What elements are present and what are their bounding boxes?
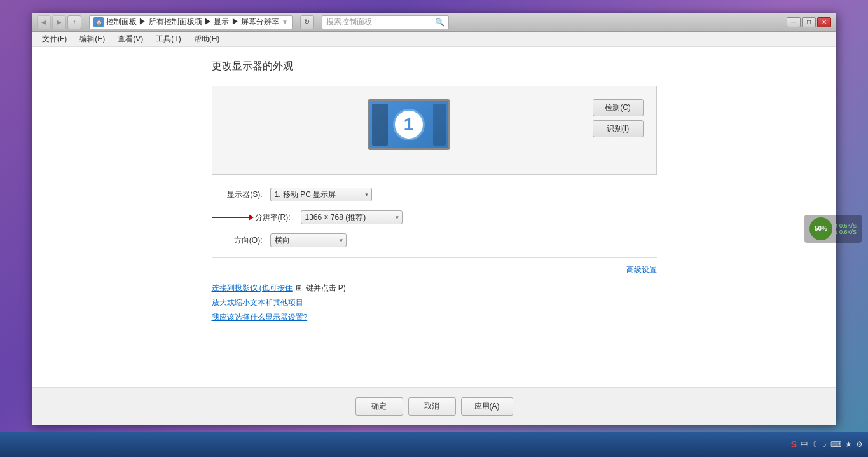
orientation-select[interactable]: 横向 (270, 233, 347, 247)
back-button[interactable]: ◀ (37, 15, 51, 29)
monitor-left-panel (372, 104, 388, 146)
taskbar: S 中 ☾ ♪ ⌨ ★ ⚙ (0, 432, 868, 457)
up-button[interactable]: ↑ (67, 15, 81, 29)
settings-grid: 显示器(S): 1. 移动 PC 显示屏 分辨率(R): (212, 188, 657, 247)
search-icon: 🔍 (435, 18, 444, 27)
monitor-image: 1 (368, 99, 450, 150)
bottom-bar: 确定 取消 应用(A) (32, 387, 836, 425)
menu-file[interactable]: 文件(F) (37, 32, 72, 46)
resolution-label-area: 分辨率(R): (212, 212, 293, 223)
display-row: 显示器(S): 1. 移动 PC 显示屏 (212, 188, 657, 201)
identify-button[interactable]: 识别(I) (593, 120, 644, 137)
ok-button[interactable]: 确定 (355, 397, 403, 416)
display-label: 显示器(S): (212, 189, 263, 200)
close-button[interactable]: ✕ (817, 17, 831, 27)
titlebar: ◀ ▶ ↑ 🏠 控制面板 ▶ 所有控制面板项 ▶ 显示 ▶ 屏幕分辨率 ▼ ↻ … (32, 13, 836, 32)
network-widget-area: 50% ↑ 0.6K/S ↓ 0.6K/S (804, 215, 862, 243)
tray-star-icon: ★ (845, 440, 852, 449)
apply-button[interactable]: 应用(A) (461, 397, 513, 416)
maximize-button[interactable]: □ (802, 17, 816, 27)
resolution-row: 分辨率(R): 1366 × 768 (推荐) (212, 210, 657, 224)
tray-keyboard-icon: ⌨ (830, 440, 841, 449)
breadcrumb-icon: 🏠 (93, 17, 104, 27)
monitor-preview-area: 1 检测(C) 识别(I) (212, 86, 657, 175)
projector-link-row: 连接到投影仪 (也可按住 ⊞ 键并点击 P) (212, 283, 657, 294)
display-select[interactable]: 1. 移动 PC 显示屏 (270, 188, 372, 201)
address-bar[interactable]: 🏠 控制面板 ▶ 所有控制面板项 ▶ 显示 ▶ 屏幕分辨率 ▼ (89, 15, 293, 29)
enlarge-link-row: 放大或缩小文本和其他项目 (212, 297, 657, 308)
page-title: 更改显示器的外观 (212, 60, 657, 73)
dropdown-arrow: ▼ (282, 18, 288, 25)
network-circle: 50% (809, 217, 832, 240)
orientation-row: 方向(O): 横向 (212, 233, 657, 247)
display-select-wrapper: 1. 移动 PC 显示屏 (270, 188, 372, 201)
refresh-button[interactable]: ↻ (300, 15, 314, 29)
advanced-link-area: 高级设置 (212, 264, 657, 275)
menu-tools[interactable]: 工具(T) (151, 32, 186, 46)
stat-down: ↓ 0.6K/S (835, 229, 857, 235)
tray-ime-icon: 中 (801, 439, 808, 450)
search-bar[interactable]: 搜索控制面板 🔍 (322, 15, 449, 29)
titlebar-left: ◀ ▶ ↑ 🏠 控制面板 ▶ 所有控制面板项 ▶ 显示 ▶ 屏幕分辨率 ▼ ↻ … (37, 15, 449, 29)
stat-up: ↑ 0.6K/S (835, 222, 857, 229)
choose-link[interactable]: 我应该选择什么显示器设置? (212, 313, 308, 322)
monitor-right-panel (433, 104, 446, 146)
divider (212, 257, 657, 258)
resolution-select[interactable]: 1366 × 768 (推荐) (301, 210, 403, 224)
main-window: ◀ ▶ ↑ 🏠 控制面板 ▶ 所有控制面板项 ▶ 显示 ▶ 屏幕分辨率 ▼ ↻ … (32, 13, 836, 425)
menu-edit[interactable]: 编辑(E) (74, 32, 110, 46)
windows-logo: ⊞ (296, 283, 302, 292)
monitor-number: 1 (393, 109, 425, 140)
links-section: 连接到投影仪 (也可按住 ⊞ 键并点击 P) 放大或缩小文本和其他项目 我应该选… (212, 283, 657, 323)
network-stats: ↑ 0.6K/S ↓ 0.6K/S (835, 222, 857, 235)
network-percent: 50% (815, 225, 827, 232)
choose-link-row: 我应该选择什么显示器设置? (212, 312, 657, 323)
monitor-buttons: 检测(C) 识别(I) (593, 99, 644, 137)
resolution-select-wrapper: 1366 × 768 (推荐) (301, 210, 403, 224)
tray-sougou-icon: S (791, 439, 797, 449)
cancel-button[interactable]: 取消 (408, 397, 456, 416)
content-area: 更改显示器的外观 1 检测(C) 识别(I) (32, 47, 836, 387)
projector-link[interactable]: 连接到投影仪 (也可按住 (212, 283, 293, 292)
minimize-button[interactable]: ─ (787, 17, 801, 27)
tray-gear-icon: ⚙ (856, 440, 863, 449)
arrow-line (212, 217, 250, 218)
search-placeholder: 搜索控制面板 (326, 17, 372, 27)
breadcrumb-text: 控制面板 ▶ 所有控制面板项 ▶ 显示 ▶ 屏幕分辨率 (106, 17, 279, 27)
window-controls: ─ □ ✕ (787, 17, 831, 27)
tray-music-icon: ♪ (823, 440, 827, 449)
enlarge-link[interactable]: 放大或缩小文本和其他项目 (212, 298, 303, 307)
content-container: 更改显示器的外观 1 检测(C) 识别(I) (212, 60, 657, 323)
forward-button[interactable]: ▶ (52, 15, 66, 29)
orientation-select-wrapper: 横向 (270, 233, 347, 247)
orientation-label: 方向(O): (212, 235, 263, 246)
arrow-head (249, 214, 254, 221)
menu-help[interactable]: 帮助(H) (189, 32, 225, 46)
monitor-preview: 1 (225, 99, 593, 150)
resolution-label: 分辨率(R): (255, 212, 293, 223)
menubar: 文件(F) 编辑(E) 查看(V) 工具(T) 帮助(H) (32, 32, 836, 47)
detect-button[interactable]: 检测(C) (593, 99, 644, 116)
tray-moon-icon: ☾ (812, 440, 819, 449)
nav-buttons: ◀ ▶ ↑ (37, 15, 81, 29)
menu-view[interactable]: 查看(V) (113, 32, 148, 46)
advanced-settings-link[interactable]: 高级设置 (626, 265, 657, 274)
projector-link-suffix: 键并点击 P) (306, 283, 346, 292)
